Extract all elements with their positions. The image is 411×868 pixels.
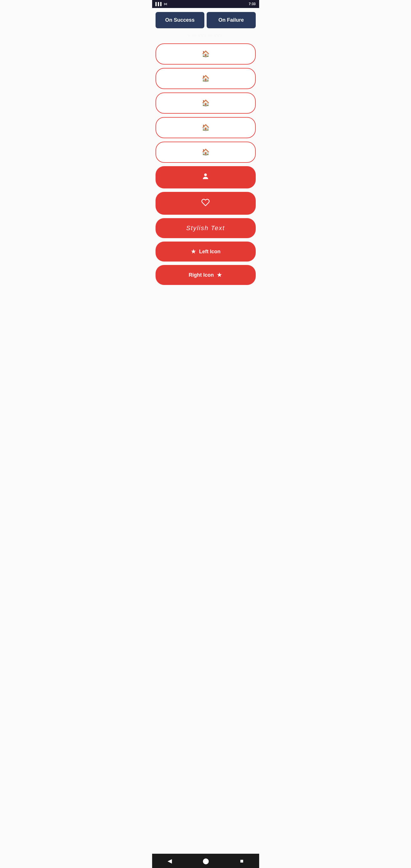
signal-icon: ▌▌▌: [156, 2, 163, 6]
home-icon-3: 🏠: [202, 99, 210, 107]
watermark-text: . . . . . . . . . . .: [189, 33, 222, 37]
home-icon-5: 🏠: [202, 149, 210, 156]
heart-icon: [201, 198, 210, 209]
wifi-icon: ⋈: [164, 2, 167, 6]
outline-home-button-1[interactable]: 🏠: [156, 43, 256, 65]
on-success-button[interactable]: On Success: [156, 12, 204, 28]
filled-person-button[interactable]: [156, 166, 256, 188]
left-icon-button[interactable]: ★ Left Icon: [156, 242, 256, 261]
stylish-text-label: Stylish Text: [186, 224, 225, 232]
star-icon-right: ★: [217, 271, 222, 279]
back-nav-icon[interactable]: ◀: [167, 858, 172, 864]
stylish-text-button[interactable]: Stylish Text: [156, 218, 256, 238]
home-icon-4: 🏠: [202, 124, 210, 131]
person-icon: [201, 173, 210, 182]
recent-nav-icon[interactable]: ■: [240, 858, 244, 864]
star-icon-left: ★: [191, 248, 196, 255]
left-icon-label: Left Icon: [199, 249, 221, 255]
buttons-section: 🏠 🏠 🏠 🏠 🏠: [152, 43, 259, 291]
home-icon-2: 🏠: [202, 75, 210, 82]
outline-home-button-3[interactable]: 🏠: [156, 93, 256, 114]
status-bar-left: ▌▌▌ ⋈: [156, 2, 167, 6]
svg-point-0: [204, 174, 207, 176]
right-icon-label: Right Icon: [189, 272, 214, 278]
on-failure-button[interactable]: On Failure: [207, 12, 256, 28]
page-content: On Success On Failure . . . . . . . . . …: [152, 8, 259, 308]
right-icon-button[interactable]: Right Icon ★: [156, 265, 256, 285]
time-display: 7:33: [249, 2, 255, 6]
status-bar: ▌▌▌ ⋈ 7:33: [152, 0, 259, 8]
status-bar-right: 7:33: [249, 2, 255, 6]
home-nav-icon[interactable]: ⬤: [203, 858, 209, 864]
top-buttons-row: On Success On Failure: [152, 8, 259, 31]
outline-home-button-4[interactable]: 🏠: [156, 117, 256, 138]
watermark-area: . . . . . . . . . . .: [152, 31, 259, 38]
home-icon-1: 🏠: [202, 50, 210, 58]
filled-heart-button[interactable]: [156, 192, 256, 215]
outline-home-button-5[interactable]: 🏠: [156, 142, 256, 163]
nav-bar: ◀ ⬤ ■: [152, 854, 259, 868]
outline-home-button-2[interactable]: 🏠: [156, 68, 256, 89]
